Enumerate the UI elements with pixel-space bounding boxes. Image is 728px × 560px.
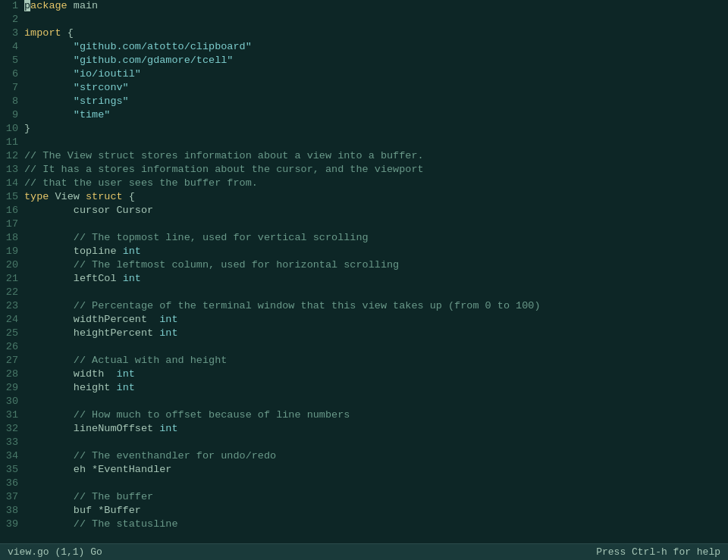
line-content: // Actual with and height xyxy=(24,355,227,366)
line-number: 38 xyxy=(0,505,24,516)
line-content: // It has a stores information about the… xyxy=(24,164,424,175)
line-number: 35 xyxy=(0,464,24,475)
line-number: 31 xyxy=(0,409,24,421)
code-line: 11 xyxy=(0,136,728,150)
code-line: 24 widthPercent int xyxy=(0,314,728,327)
line-content: topline int xyxy=(24,246,141,257)
code-line: 10} xyxy=(0,123,728,136)
line-number: 22 xyxy=(0,286,24,298)
line-content: "github.com/atotto/clipboard" xyxy=(24,41,252,52)
code-line: 20 // The leftmost column, used for hori… xyxy=(0,259,728,273)
code-line: 19 topline int xyxy=(0,246,728,259)
line-number: 25 xyxy=(0,327,24,339)
line-content: package main xyxy=(24,0,98,11)
code-line: 26 xyxy=(0,341,728,355)
line-number: 39 xyxy=(0,518,24,530)
code-line: 9 "time" xyxy=(0,109,728,123)
line-number: 15 xyxy=(0,191,24,202)
line-content: "github.com/gdamore/tcell" xyxy=(24,55,233,66)
line-number: 13 xyxy=(0,164,24,175)
code-line: 12// The View struct stores information … xyxy=(0,150,728,164)
code-line: 2 xyxy=(0,14,728,27)
line-content: // The buffer xyxy=(24,491,153,502)
line-number: 30 xyxy=(0,396,24,407)
line-content: // The statusline xyxy=(24,518,178,530)
line-number: 8 xyxy=(0,95,24,107)
line-number: 4 xyxy=(0,41,24,52)
line-number: 28 xyxy=(0,368,24,380)
line-number: 2 xyxy=(0,14,24,25)
code-line: 34 // The eventhandler for undo/redo xyxy=(0,450,728,464)
line-number: 9 xyxy=(0,109,24,120)
status-right: Press Ctrl-h for help xyxy=(596,546,720,558)
line-content: } xyxy=(24,123,30,134)
code-line: 17 xyxy=(0,218,728,232)
code-line: 35 eh *EventHandler xyxy=(0,464,728,477)
code-line: 27 // Actual with and height xyxy=(0,355,728,368)
line-content: buf *Buffer xyxy=(24,505,141,516)
line-content: heightPercent int xyxy=(24,327,178,339)
line-content: // Percentage of the terminal window tha… xyxy=(24,300,541,311)
code-line: 14// that the user sees the buffer from. xyxy=(0,177,728,191)
line-content: lineNumOffset int xyxy=(24,423,178,434)
code-line: 15type View struct { xyxy=(0,191,728,205)
line-number: 11 xyxy=(0,136,24,148)
status-left: view.go (1,1) Go xyxy=(8,546,102,558)
code-line: 25 heightPercent int xyxy=(0,327,728,341)
line-number: 14 xyxy=(0,177,24,189)
line-number: 29 xyxy=(0,382,24,393)
code-line: 16 cursor Cursor xyxy=(0,205,728,218)
code-line: 28 width int xyxy=(0,368,728,382)
code-line: 37 // The buffer xyxy=(0,491,728,505)
code-line: 38 buf *Buffer xyxy=(0,505,728,518)
line-content: type View struct { xyxy=(24,191,135,202)
code-line: 32 lineNumOffset int xyxy=(0,423,728,436)
line-number: 7 xyxy=(0,82,24,93)
line-content: // How much to offset because of line nu… xyxy=(24,409,350,421)
line-content: // that the user sees the buffer from. xyxy=(24,177,258,189)
code-line: 39 // The statusline xyxy=(0,518,728,532)
line-number: 36 xyxy=(0,477,24,489)
line-content: // The View struct stores information ab… xyxy=(24,150,424,161)
code-line: 29 height int xyxy=(0,382,728,396)
line-number: 20 xyxy=(0,259,24,271)
line-content: leftCol int xyxy=(24,273,141,284)
code-line: 23 // Percentage of the terminal window … xyxy=(0,300,728,314)
line-number: 5 xyxy=(0,55,24,66)
line-number: 33 xyxy=(0,436,24,448)
line-content: "strings" xyxy=(24,95,129,107)
line-number: 32 xyxy=(0,423,24,434)
line-number: 24 xyxy=(0,314,24,325)
code-line: 6 "io/ioutil" xyxy=(0,68,728,82)
line-number: 19 xyxy=(0,246,24,257)
code-line: 30 xyxy=(0,396,728,409)
line-content: "io/ioutil" xyxy=(24,68,141,80)
line-content: // The leftmost column, used for horizon… xyxy=(24,259,399,271)
code-line: 22 xyxy=(0,286,728,300)
line-content: widthPercent int xyxy=(24,314,178,325)
line-content: width int xyxy=(24,368,135,380)
code-line: 31 // How much to offset because of line… xyxy=(0,409,728,423)
line-number: 6 xyxy=(0,68,24,80)
line-number: 1 xyxy=(0,0,24,11)
line-content: height int xyxy=(24,382,135,393)
line-number: 37 xyxy=(0,491,24,502)
line-content: // The topmost line, used for vertical s… xyxy=(24,232,369,243)
code-line: 4 "github.com/atotto/clipboard" xyxy=(0,41,728,55)
editor-container: 1package main23import {4 "github.com/ato… xyxy=(0,0,728,560)
line-content: import { xyxy=(24,27,74,39)
code-line: 5 "github.com/gdamore/tcell" xyxy=(0,55,728,68)
line-number: 34 xyxy=(0,450,24,461)
code-line: 36 xyxy=(0,477,728,491)
code-line: 7 "strconv" xyxy=(0,82,728,95)
code-line: 8 "strings" xyxy=(0,95,728,109)
code-area[interactable]: 1package main23import {4 "github.com/ato… xyxy=(0,0,728,543)
line-number: 27 xyxy=(0,355,24,366)
code-line: 13// It has a stores information about t… xyxy=(0,164,728,177)
line-content: // The eventhandler for undo/redo xyxy=(24,450,276,461)
line-number: 26 xyxy=(0,341,24,352)
line-number: 10 xyxy=(0,123,24,134)
code-line: 3import { xyxy=(0,27,728,41)
line-number: 12 xyxy=(0,150,24,161)
line-content: "time" xyxy=(24,109,110,120)
